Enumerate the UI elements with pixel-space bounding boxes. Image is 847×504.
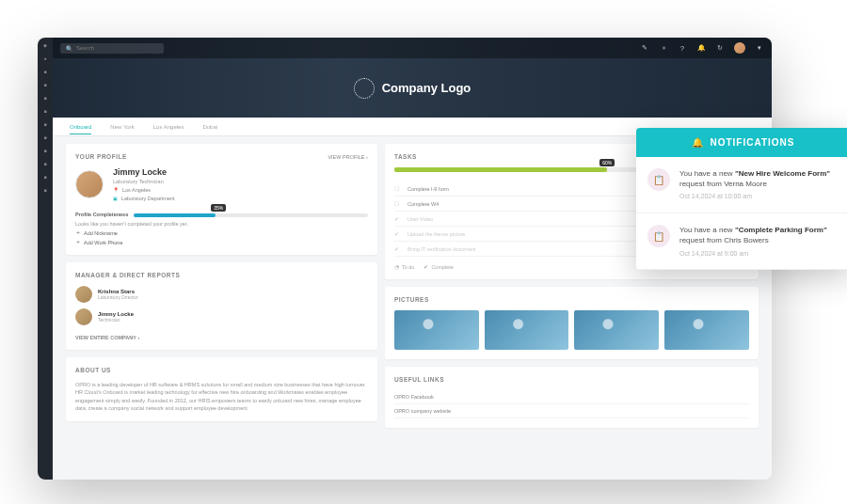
pictures-card: PICTURES [385,287,759,359]
picture-thumb[interactable] [485,310,569,350]
links-card: USEFUL LINKS OPRO Facebook OPRO company … [385,367,759,428]
nav-item-icon[interactable]: ■ [41,134,49,141]
profile-location: Los Angeles [122,187,151,193]
nav-item-icon[interactable]: ■ [41,186,49,194]
bell-icon: 🔔 [692,137,704,148]
profile-name: Jimmy Locke [113,167,175,177]
help-icon[interactable]: ? [678,43,687,53]
person-role: Laboratory Director [98,294,138,300]
about-text: OPRO is a leading developer of HR softwa… [75,381,368,412]
pictures-header: PICTURES [394,296,429,303]
nav-item-icon[interactable]: ■ [41,94,49,102]
status-todo: ◔ To do [394,264,414,270]
notification-time: Oct 14,2024 at 9:00 am [679,249,839,259]
brand-label: Company Logo [382,81,471,95]
tasks-pct: 60% [599,159,615,166]
tasks-header: TASKS [394,153,417,160]
manager-header: MANAGER & DIRECT REPORTS [75,272,180,278]
profile-header: YOUR PROFILE [75,153,127,160]
notifications-header: 🔔 NOTIFICATIONS [636,128,847,157]
nav-item-icon[interactable]: ■ [41,107,49,115]
tab-onboard[interactable]: Onboard [70,124,91,134]
profile-avatar[interactable] [75,170,104,198]
check-icon: ✔ [394,230,402,237]
form-icon: 📋 [647,168,670,191]
brand: Company Logo [53,58,772,118]
checkbox-icon: ☐ [394,185,402,192]
person-avatar [75,308,92,325]
tab-losangeles[interactable]: Los Angeles [153,124,184,130]
sidebar: ◆ ● ■ ■ ■ ■ ■ ■ ■ ■ ■ ■ [38,38,53,480]
picture-thumb[interactable] [664,310,749,350]
about-header: ABOUT US [75,367,111,373]
completeness-pct: 35% [211,204,226,212]
profile-role: Laboratory Technician [113,179,175,184]
nav-item-icon[interactable]: ■ [41,160,49,167]
picture-thumb[interactable] [394,310,479,350]
nav-item-icon[interactable]: ■ [41,68,49,75]
completeness-bar: 35% [134,213,368,217]
view-company-link[interactable]: VIEW ENTIRE COMPANY › [75,335,368,340]
check-icon: ✔ [394,215,402,222]
avatar[interactable] [734,42,745,54]
brand-logo-icon [354,78,375,99]
form-icon: 📋 [647,225,670,247]
tab-dubai[interactable]: Dubai [202,124,217,130]
profile-card: YOUR PROFILE VIEW PROFILE › Jimmy Locke … [66,144,377,255]
add-workphone-link[interactable]: ＋ Add Work Phone [75,239,368,245]
status-complete: ✔ Complete [424,264,454,270]
chevron-down-icon[interactable]: ▾ [755,43,764,53]
manager-person[interactable]: Krishna StarsLaboratory Director [75,286,368,303]
bell-icon[interactable]: 🔔 [696,43,706,53]
add-nickname-link[interactable]: ＋ Add Nickname [75,229,368,236]
nav-item-icon[interactable]: ■ [41,173,49,181]
edit-icon[interactable]: ✎ [640,43,649,53]
nav-logo-icon[interactable]: ◆ [41,41,49,49]
pin-icon: 📍 [113,187,119,193]
check-icon: ✔ [394,245,402,252]
about-card: ABOUT US OPRO is a leading developer of … [66,357,377,421]
topbar-actions: ✎ ＋ ? 🔔 ↻ ▾ [640,42,764,54]
nav-item-icon[interactable]: ■ [41,147,49,154]
dept-icon: ▣ [113,196,118,201]
nav-people-icon[interactable]: ● [41,55,49,62]
search-icon: 🔍 [66,45,72,52]
notification-item[interactable]: 📋 You have a new "New Hire Welcome Form"… [636,157,847,213]
refresh-icon[interactable]: ↻ [715,43,725,53]
topbar: 🔍 ✎ ＋ ? 🔔 ↻ ▾ [53,38,772,58]
notification-item[interactable]: 📋 You have a new "Complete Parking Form"… [636,213,847,270]
manager-person[interactable]: Jimmy LockeTechnician [75,308,368,325]
notifications-panel: 🔔 NOTIFICATIONS 📋 You have a new "New Hi… [636,128,847,270]
nav-item-icon[interactable]: ■ [41,120,49,128]
person-role: Technician [98,317,134,323]
person-avatar [75,286,92,303]
search-input[interactable] [76,45,158,51]
picture-thumb[interactable] [574,310,659,350]
add-icon[interactable]: ＋ [659,43,668,53]
view-profile-link[interactable]: VIEW PROFILE › [328,154,367,160]
search-box[interactable]: 🔍 [60,43,164,54]
useful-link[interactable]: OPRO Facebook [394,390,749,404]
header-hero: 🔍 ✎ ＋ ? 🔔 ↻ ▾ Company Logo [53,38,772,118]
completeness-label: Profile Completeness [75,212,128,217]
useful-link[interactable]: OPRO company website [394,404,749,418]
manager-card: MANAGER & DIRECT REPORTS Krishna StarsLa… [66,262,377,350]
checkbox-icon: ☐ [394,200,402,207]
tab-newyork[interactable]: New York [110,124,134,130]
nav-item-icon[interactable]: ■ [41,81,49,88]
profile-department: Laboratory Department [121,196,175,201]
links-header: USEFUL LINKS [394,376,444,383]
completeness-helper: Looks like you haven't completed your pr… [75,221,368,227]
notification-time: Oct 14,2024 at 10:00 am [679,192,839,201]
